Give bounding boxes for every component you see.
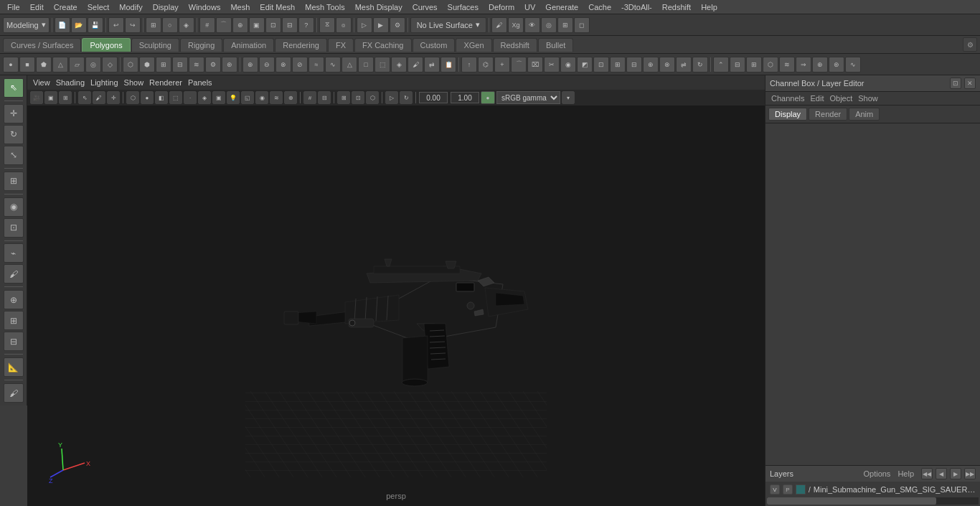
- open-file-btn[interactable]: 📂: [71, 17, 87, 33]
- collapse-btn[interactable]: ⊗: [659, 57, 675, 72]
- tab-curves-surfaces[interactable]: Curves / Surfaces: [3, 38, 81, 52]
- snap-surface-btn[interactable]: ▣: [249, 17, 265, 33]
- vp-smooth-btn[interactable]: ●: [141, 91, 154, 104]
- mesh-cylinder-btn[interactable]: ⬟: [36, 57, 52, 72]
- menu-redshift[interactable]: Redshift: [658, 1, 695, 13]
- vp-paint-btn[interactable]: 🖌: [93, 91, 105, 104]
- vp-bounding-btn[interactable]: ⬚: [169, 91, 182, 104]
- snap-help-btn[interactable]: ?: [298, 17, 314, 33]
- vp-filmgate-btn[interactable]: ▣: [44, 91, 57, 104]
- vp-ao-btn[interactable]: ◉: [255, 91, 268, 104]
- snap-live-btn[interactable]: ⊡: [265, 17, 281, 33]
- select-by-object-btn[interactable]: ○: [162, 17, 178, 33]
- sets-btn[interactable]: ◎: [541, 17, 557, 33]
- menu-uv[interactable]: UV: [520, 1, 540, 13]
- tab-bullet[interactable]: Bullet: [538, 38, 574, 52]
- select-set-btn[interactable]: ◻: [574, 17, 590, 33]
- workspace-dropdown[interactable]: Modeling ▾: [3, 17, 50, 33]
- vp-menu-renderer[interactable]: Renderer: [149, 78, 182, 87]
- vp-texture-btn[interactable]: ▣: [212, 91, 225, 104]
- separate-btn[interactable]: ⊖: [259, 57, 275, 72]
- menu-mesh[interactable]: Mesh: [226, 1, 254, 13]
- show-hide-btn[interactable]: 👁: [524, 17, 540, 33]
- snap-view-btn[interactable]: ⊟: [282, 17, 298, 33]
- vp-isolate-btn[interactable]: ⊡: [352, 91, 364, 104]
- cb-tab-anim[interactable]: Anim: [849, 108, 880, 121]
- crease-btn[interactable]: ≋: [779, 57, 795, 72]
- cb-channels-menu[interactable]: Channels: [771, 94, 804, 103]
- snap-point-btn[interactable]: ⊕: [232, 17, 248, 33]
- mesh-super-btn[interactable]: ⬢: [139, 57, 155, 72]
- duplicate-btn[interactable]: ⊡: [593, 57, 609, 72]
- xgen-btn[interactable]: Xg: [508, 17, 524, 33]
- tab-settings-btn[interactable]: ⚙: [963, 37, 977, 52]
- mesh-grid-btn[interactable]: ⊞: [156, 57, 171, 72]
- menu-3dtool[interactable]: -3DtoAll-: [617, 1, 656, 13]
- mesh-cone-btn[interactable]: △: [52, 57, 68, 72]
- snap-align-btn[interactable]: ⊞: [4, 311, 24, 330]
- vp-stereo-btn[interactable]: ⊞: [337, 91, 350, 104]
- fill-hole-btn[interactable]: ⬚: [374, 57, 390, 72]
- slide-edge-btn[interactable]: ⇒: [796, 57, 811, 72]
- cb-object-menu[interactable]: Object: [829, 94, 852, 103]
- transfer-btn[interactable]: ⇄: [424, 57, 440, 72]
- mesh-torus-btn[interactable]: ◎: [85, 57, 101, 72]
- mesh-cube-btn[interactable]: ■: [19, 57, 35, 72]
- layer-next2-btn[interactable]: ▶▶: [964, 468, 976, 479]
- tab-fx-caching[interactable]: FX Caching: [354, 38, 411, 52]
- vp-loop-btn[interactable]: ↻: [400, 91, 413, 104]
- tab-custom[interactable]: Custom: [413, 38, 456, 52]
- insert-edgeloop-btn[interactable]: ⊞: [746, 57, 762, 72]
- layer-visibility[interactable]: V: [770, 484, 780, 495]
- menu-file[interactable]: File: [3, 1, 24, 13]
- measure-btn[interactable]: 📐: [4, 357, 24, 377]
- clipboard-btn[interactable]: 📋: [440, 57, 456, 72]
- layers-help-menu[interactable]: Help: [897, 469, 914, 478]
- lasso-btn[interactable]: ⌁: [4, 243, 24, 263]
- spin-btn[interactable]: ↻: [692, 57, 708, 72]
- triangulate-btn[interactable]: △: [341, 57, 357, 72]
- mesh-gear-btn[interactable]: ⚙: [205, 57, 221, 72]
- tab-redshift[interactable]: Redshift: [493, 38, 537, 52]
- split-mesh-btn[interactable]: ⌧: [527, 57, 543, 72]
- menu-windows[interactable]: Windows: [184, 1, 225, 13]
- extrude-btn[interactable]: ↑: [461, 57, 477, 72]
- menu-mesh-tools[interactable]: Mesh Tools: [301, 1, 349, 13]
- vp-shadow-btn[interactable]: ◱: [241, 91, 254, 104]
- merge-btn[interactable]: ⊕: [643, 57, 659, 72]
- flip-btn[interactable]: ⇌: [676, 57, 692, 72]
- paint-btn[interactable]: 🖌: [407, 57, 423, 72]
- menu-edit[interactable]: Edit: [26, 1, 48, 13]
- snap-grid-btn[interactable]: #: [199, 17, 215, 33]
- mesh-prism-btn[interactable]: ◇: [102, 57, 118, 72]
- mesh-soccer-btn[interactable]: ⊛: [222, 57, 237, 72]
- vp-anim-btn[interactable]: ▷: [385, 91, 398, 104]
- bridge-btn[interactable]: ⌬: [478, 57, 494, 72]
- layer-prev-btn[interactable]: ◀◀: [921, 468, 933, 479]
- render-btn[interactable]: ▷: [357, 17, 372, 33]
- vp-subdiv-btn[interactable]: ◈: [198, 91, 211, 104]
- cb-float-btn[interactable]: ⊡: [950, 78, 961, 89]
- smooth-btn[interactable]: ≈: [308, 57, 324, 72]
- mesh-helix-btn[interactable]: ≋: [189, 57, 204, 72]
- undo-btn[interactable]: ↩: [108, 17, 124, 33]
- scale-value-input[interactable]: [451, 92, 479, 103]
- sculpt-btn[interactable]: 🖌: [4, 383, 24, 403]
- offset-edge-btn[interactable]: ⊟: [730, 57, 745, 72]
- vp-resolution-btn[interactable]: ⊞: [59, 91, 72, 104]
- menu-generate[interactable]: Generate: [541, 1, 583, 13]
- menu-help[interactable]: Help: [697, 1, 722, 13]
- cb-tab-display[interactable]: Display: [768, 108, 807, 121]
- vp-xray-btn[interactable]: ⬡: [366, 91, 379, 104]
- vp-xform-btn[interactable]: ✛: [107, 91, 120, 104]
- vp-hud-btn[interactable]: ⊟: [318, 91, 331, 104]
- vp-motion-btn[interactable]: ≋: [270, 91, 283, 104]
- average-btn[interactable]: ∿: [325, 57, 341, 72]
- proj-curve-btn[interactable]: ⌒: [511, 57, 527, 72]
- detach-btn[interactable]: ⊟: [626, 57, 642, 72]
- live-surface-btn[interactable]: No Live Surface ▾: [410, 17, 486, 33]
- menu-select[interactable]: Select: [83, 1, 114, 13]
- cb-edit-menu[interactable]: Edit: [810, 94, 824, 103]
- scale-tool-btn[interactable]: ⤡: [4, 146, 24, 165]
- relax-btn[interactable]: ∿: [845, 57, 861, 72]
